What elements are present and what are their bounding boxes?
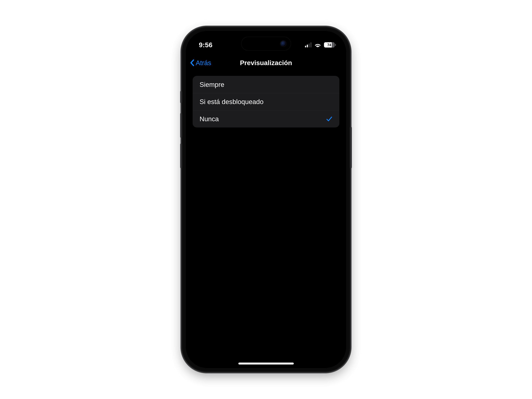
canvas: 9:56 74 bbox=[0, 0, 532, 399]
checkmark-icon bbox=[326, 116, 332, 122]
volume-up-button bbox=[180, 113, 182, 138]
option-label: Siempre bbox=[200, 81, 224, 89]
screen: 9:56 74 bbox=[186, 31, 346, 368]
wifi-icon bbox=[314, 42, 321, 47]
nav-bar: Atrás Previsualización bbox=[186, 54, 346, 71]
cellular-signal-icon bbox=[305, 42, 312, 47]
option-never[interactable]: Nunca bbox=[193, 110, 339, 127]
option-label: Si está desbloqueado bbox=[200, 98, 264, 106]
status-time: 9:56 bbox=[199, 41, 213, 49]
phone-frame: 9:56 74 bbox=[182, 27, 350, 372]
dynamic-island bbox=[241, 37, 291, 51]
preview-option-list: Siempre Si está desbloqueado Nunca bbox=[193, 76, 339, 127]
mute-switch bbox=[180, 91, 182, 103]
front-camera-icon bbox=[280, 41, 286, 46]
option-always[interactable]: Siempre bbox=[193, 76, 339, 93]
home-indicator[interactable] bbox=[238, 363, 294, 365]
option-when-unlocked[interactable]: Si está desbloqueado bbox=[193, 93, 339, 110]
power-button bbox=[350, 127, 352, 168]
volume-down-button bbox=[180, 143, 182, 168]
page-title: Previsualización bbox=[186, 59, 346, 67]
battery-percent: 74 bbox=[324, 43, 335, 47]
option-label: Nunca bbox=[200, 115, 219, 123]
battery-indicator: 74 bbox=[324, 42, 336, 48]
